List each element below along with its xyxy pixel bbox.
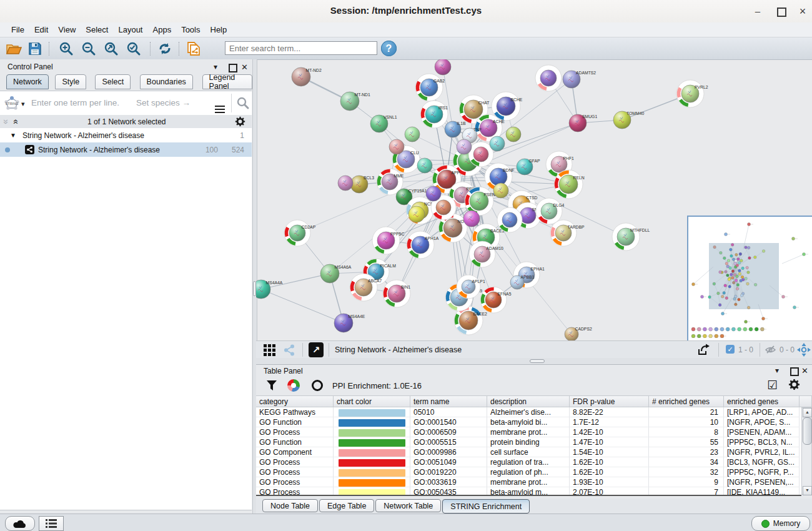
cell-chart-color[interactable]: [334, 477, 410, 487]
menu-select[interactable]: Select: [81, 24, 113, 36]
menu-help[interactable]: Help: [205, 24, 232, 36]
cell--enriched-genes[interactable]: 34: [649, 457, 724, 467]
collapse-all-icon[interactable]: »: [3, 119, 9, 124]
menu-layout[interactable]: Layout: [113, 24, 147, 36]
cell-enriched-genes[interactable]: [LRP1, APOE, AD...: [724, 407, 800, 417]
network-options-gear-icon[interactable]: [235, 116, 245, 127]
cell--enriched-genes[interactable]: 23: [649, 447, 724, 457]
zoom-in-button[interactable]: [57, 41, 75, 57]
memory-button[interactable]: Memory: [751, 516, 810, 531]
table-row[interactable]: KEGG Pathways05010Alzheimer's dise...8.8…: [256, 407, 801, 417]
string-search-icon[interactable]: [236, 96, 250, 110]
cell-enriched-genes[interactable]: [PSENEN, ADAM...: [724, 427, 800, 437]
panel-collapse-icon[interactable]: ▾: [775, 366, 779, 375]
cell-category[interactable]: GO Process: [256, 467, 334, 477]
cell-description[interactable]: regulation of ph...: [487, 467, 570, 477]
cell-description[interactable]: cell surface: [487, 447, 570, 457]
table-row[interactable]: GO FunctionGO:0001540beta-amyloid bi...1…: [256, 417, 801, 427]
table-row[interactable]: GO ProcessGO:0006509membrane prot...1.42…: [256, 427, 801, 437]
cell-enriched-genes[interactable]: [BCL3, NGFR, GS...: [724, 457, 800, 467]
cell-fdr-p-value[interactable]: 1.7E-12: [570, 417, 649, 427]
cell-category[interactable]: GO Function: [256, 437, 334, 447]
zoom-out-button[interactable]: [80, 41, 97, 57]
cell-category[interactable]: GO Process: [256, 487, 334, 496]
cell-description[interactable]: regulation of tra...: [487, 457, 570, 467]
cell-chart-color[interactable]: [334, 417, 410, 427]
tab-node-table[interactable]: Node Table: [262, 499, 318, 512]
cell--enriched-genes[interactable]: 9: [649, 477, 724, 487]
select-rows-icon[interactable]: ☑: [767, 378, 778, 392]
cell-enriched-genes[interactable]: [NGFR, PVRL2, IL...: [724, 447, 800, 457]
cell-fdr-p-value[interactable]: 8.82E-22: [570, 407, 649, 417]
cell-description[interactable]: protein binding: [487, 437, 570, 447]
maximize-button[interactable]: [773, 4, 790, 19]
network-node[interactable]: [457, 139, 472, 154]
cell-description[interactable]: Alzheimer's dise...: [487, 407, 570, 417]
tab-network[interactable]: Network: [6, 74, 49, 89]
column-header-description[interactable]: description: [487, 395, 570, 407]
cell-category[interactable]: GO Component: [256, 447, 334, 457]
tree-expander-icon[interactable]: ▼: [10, 132, 16, 139]
cell-enriched-genes[interactable]: [NGFR, PSENEN,...: [724, 477, 800, 487]
scroll-up-icon[interactable]: ▲: [803, 408, 812, 417]
help-button[interactable]: ?: [381, 41, 397, 56]
cell-term-name[interactable]: GO:0001540: [410, 417, 487, 427]
menu-view[interactable]: View: [53, 24, 81, 36]
network-node[interactable]: [473, 147, 488, 162]
close-button[interactable]: ×: [795, 4, 811, 19]
cell-fdr-p-value[interactable]: 1.62E-10: [570, 457, 649, 467]
zoom-fit-button[interactable]: [102, 41, 120, 57]
cell-term-name[interactable]: GO:0019220: [410, 467, 487, 477]
table-row[interactable]: GO FunctionGO:0005515protein binding1.47…: [256, 437, 801, 447]
tab-select[interactable]: Select: [95, 74, 131, 89]
table-row[interactable]: GO ProcessGO:0051049regulation of tra...…: [256, 457, 801, 467]
table-row[interactable]: GO ComponentGO:0009986cell surface1.54E-…: [256, 447, 801, 457]
open-session-button[interactable]: [5, 41, 22, 57]
column-header-chart-color[interactable]: chart color: [334, 395, 410, 407]
cell--enriched-genes[interactable]: 7: [649, 487, 724, 496]
cell-description[interactable]: membrane prot...: [487, 427, 570, 437]
birdseye-canvas[interactable]: [688, 217, 810, 338]
string-logo-icon[interactable]: STRING: [4, 96, 20, 111]
cell-description[interactable]: beta-amyloid m...: [487, 487, 570, 496]
cell--enriched-genes[interactable]: 8: [649, 427, 724, 437]
string-dropdown-caret[interactable]: ▾: [21, 100, 25, 108]
cell-term-name[interactable]: GO:0033619: [410, 477, 487, 487]
cell-chart-color[interactable]: [334, 447, 410, 457]
cell-chart-color[interactable]: [334, 407, 410, 417]
cell-enriched-genes[interactable]: [IDE, KIAA1149...: [724, 487, 800, 496]
birdseye-toggle-icon[interactable]: [797, 343, 811, 357]
string-options-icon[interactable]: [215, 98, 225, 109]
cell-category[interactable]: GO Process: [256, 457, 334, 467]
panel-close-icon[interactable]: ✕: [801, 366, 808, 375]
refresh-button[interactable]: [156, 41, 174, 57]
task-list-button[interactable]: [39, 516, 64, 531]
tab-legend-panel[interactable]: Legend Panel: [202, 74, 252, 89]
menu-edit[interactable]: Edit: [29, 24, 53, 36]
network-node[interactable]: [408, 206, 425, 222]
cell-fdr-p-value[interactable]: 1.62E-10: [570, 467, 649, 477]
network-node[interactable]: [389, 139, 404, 154]
expand-all-icon[interactable]: «: [13, 119, 19, 124]
menu-apps[interactable]: Apps: [148, 24, 177, 36]
cell-chart-color[interactable]: [334, 427, 410, 437]
minimize-button[interactable]: –: [750, 4, 766, 19]
column-header-category[interactable]: category: [256, 395, 334, 407]
cell--enriched-genes[interactable]: 10: [649, 417, 724, 427]
cloud-button[interactable]: [5, 516, 35, 531]
column-header-enriched-genes[interactable]: enriched genes: [724, 395, 800, 407]
network-node[interactable]: [490, 136, 505, 151]
table-row[interactable]: GO ProcessGO:0019220regulation of ph...1…: [256, 467, 801, 477]
network-row[interactable]: String Network - Alzheimer's disease 100…: [0, 142, 252, 157]
cell-chart-color[interactable]: [334, 437, 410, 447]
table-row[interactable]: GO ProcessGO:0033619membrane prot...1.93…: [256, 477, 801, 487]
network-node[interactable]: [436, 200, 451, 215]
panel-collapse-icon[interactable]: ▾: [214, 62, 217, 71]
table-scrollbar[interactable]: ▲ ▼: [801, 407, 812, 495]
cell--enriched-genes[interactable]: 55: [649, 437, 724, 447]
cell-fdr-p-value[interactable]: 2.07E-10: [570, 487, 649, 496]
cell-term-name[interactable]: GO:0009986: [410, 447, 487, 457]
search-input[interactable]: [225, 41, 377, 55]
reset-charts-icon[interactable]: [311, 379, 324, 392]
cell-term-name[interactable]: GO:0006509: [410, 427, 487, 437]
